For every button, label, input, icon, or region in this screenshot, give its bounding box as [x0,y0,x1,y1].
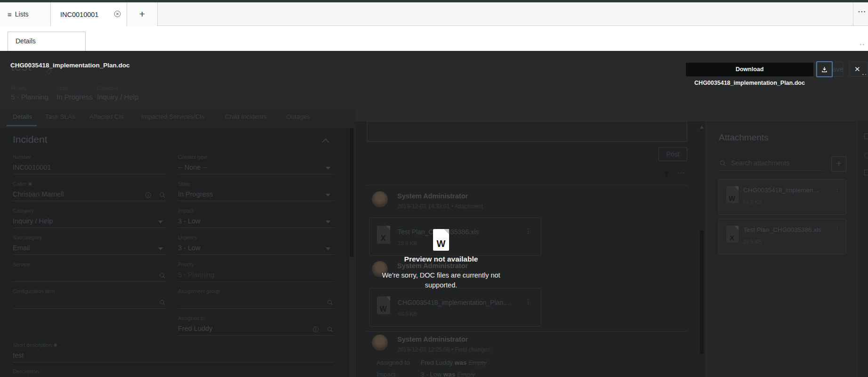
tab-task-slas[interactable]: Task SLAs [45,113,75,120]
field-label: Urgency [178,234,334,240]
tab-affected-cis[interactable]: Affected CIs [89,113,124,120]
rail-circle-icon[interactable] [864,153,868,158]
chevron-down-icon[interactable] [326,194,330,197]
subtab-more-icon[interactable] [860,39,868,41]
search-icon[interactable] [327,299,333,306]
tab-impacted-services[interactable]: Impacted Services/CIs [141,113,205,120]
attachment-card[interactable]: W CHG0035418_implemen... ⋮ 66.5 KB [718,179,846,215]
chevron-down-icon[interactable] [158,221,163,223]
search-attachments-input[interactable]: Search attachments [731,159,790,167]
field-contact-type[interactable]: Contact type -- None -- [178,154,334,174]
stream-attachment-card[interactable]: W CHG0035418_implementation_Plan.... ⋮ 6… [369,288,541,327]
search-icon[interactable] [159,192,166,198]
attachment-name[interactable]: CHG0035418_implemen... [743,187,819,194]
field-category[interactable]: Category Inquiry / Help [13,207,167,228]
chevron-down-icon[interactable] [326,247,330,250]
tab-details[interactable]: Details [13,113,32,120]
field-label-description: Description [13,369,39,374]
meta-value: 5 - Planning [11,93,48,101]
change-field: Assigned to [377,359,419,366]
tab-outages[interactable]: Outages [286,113,310,120]
field-configuration-item[interactable]: Configuration item [13,288,167,309]
chevron-down-icon[interactable] [326,167,330,170]
kebab-menu-icon[interactable]: ⋮ [525,227,531,235]
chevron-down-icon[interactable] [158,247,163,250]
attachment-card[interactable]: X Test Plan_CHG0035386.xls ⋮ 28.5 KB [718,219,846,254]
stream-divider [367,185,687,185]
field-urgency[interactable]: Urgency 3 - Low [178,234,334,255]
tab-child-incidents[interactable]: Child Incidents [225,113,267,120]
attachment-name[interactable]: Test Plan_CHG0035386.xls [743,226,821,233]
field-assignment-group[interactable]: Assignment group [178,288,334,309]
tab-close-icon[interactable] [114,10,121,17]
change-was: was [443,371,456,377]
tag-icon[interactable] [46,68,52,75]
field-value: INC0010001 [13,164,167,171]
search-icon[interactable] [327,326,333,333]
field-subcategory[interactable]: Subcategory Email [13,234,167,255]
tab-lists[interactable]: ≡ Lists [0,2,51,26]
field-value: In Progress [178,190,334,198]
search-icon[interactable] [159,272,166,279]
stream-attachment-card[interactable]: X Test Plan_CHG0035386.xls ⋮ 28.5 KB [369,217,541,256]
field-value: 3 - Low [178,217,334,225]
field-assigned-to[interactable]: Assigned to Fred Luddy [178,315,334,336]
change-was: was [455,359,467,366]
chevron-down-icon[interactable] [326,221,330,223]
required-icon: ✱ [28,181,32,187]
field-label: Number [13,154,167,160]
change-value: 3 - Low [421,371,442,377]
subtab-details[interactable]: Details [8,32,86,51]
add-attachment-button[interactable]: + [831,156,846,172]
kebab-menu-icon[interactable]: ⋮ [525,298,531,305]
field-label: Assigned to [178,315,334,321]
tab-bar-more-button[interactable]: ⋯ [858,7,867,18]
field-number[interactable]: Number INC0010001 [13,154,167,174]
search-underline [719,171,823,171]
search-icon [719,160,726,167]
scroll-up-arrow[interactable] [700,126,704,129]
form-scrollbar-thumb[interactable] [350,128,354,257]
stream-scrollbar[interactable] [699,121,704,377]
field-change-row: Impact 3 - Low was Empty [377,371,475,377]
stream-more-icon[interactable]: ⋯ [677,169,685,177]
attachment-name[interactable]: CHG0035418_implementation_Plan.... [398,299,511,306]
field-label: Category [13,207,167,213]
rail-bookmark-icon[interactable] [864,133,868,139]
info-icon[interactable] [313,326,319,333]
attachment-size: 28.5 KB [743,239,762,245]
preview-filename: CHG0035418_implementation_Plan.doc [10,62,130,69]
field-label: Subcategory [13,234,167,240]
new-tab-button[interactable]: + [127,2,158,26]
field-value: test [13,352,334,359]
tab-lists-label: Lists [15,10,29,18]
info-icon[interactable] [145,192,152,198]
field-caller[interactable]: Caller✱ Christian Marnell [13,180,167,201]
search-icon[interactable] [159,299,166,306]
meta-label: State [56,85,93,91]
field-label: Impact [178,207,334,213]
active-tab-indicator [7,125,37,126]
kebab-menu-icon[interactable]: ⋮ [834,225,840,232]
doc-file-icon: W [726,186,739,203]
post-button[interactable]: Post [659,147,687,161]
field-impact[interactable]: Impact 3 - Low [178,207,334,228]
tab-record-inc0010001[interactable]: INC0010001 [51,2,127,26]
field-state[interactable]: State In Progress [178,180,334,201]
kebab-menu-icon[interactable]: ⋮ [834,186,840,193]
entry-author: System Administrator [397,336,468,343]
form-scrollbar[interactable] [349,128,354,377]
comment-input[interactable] [367,121,687,142]
preview-message: We're sorry, DOC files are currently not… [370,270,512,290]
field-service[interactable]: Service [13,261,167,282]
meta-category: Category Inquiry / Help [97,85,138,101]
field-short-description[interactable]: Short description✱ test [13,342,334,362]
rail-document-icon[interactable] [864,170,868,175]
avatar [372,335,388,351]
column-divider [355,128,355,377]
xls-file-icon: X [377,226,390,244]
stream-scrollbar-thumb[interactable] [700,230,704,354]
dimmed-record-page: test Priority 5 - Planning State In Prog… [0,51,868,377]
download-button[interactable] [816,61,833,77]
close-preview-button[interactable]: ✕ [854,65,860,74]
